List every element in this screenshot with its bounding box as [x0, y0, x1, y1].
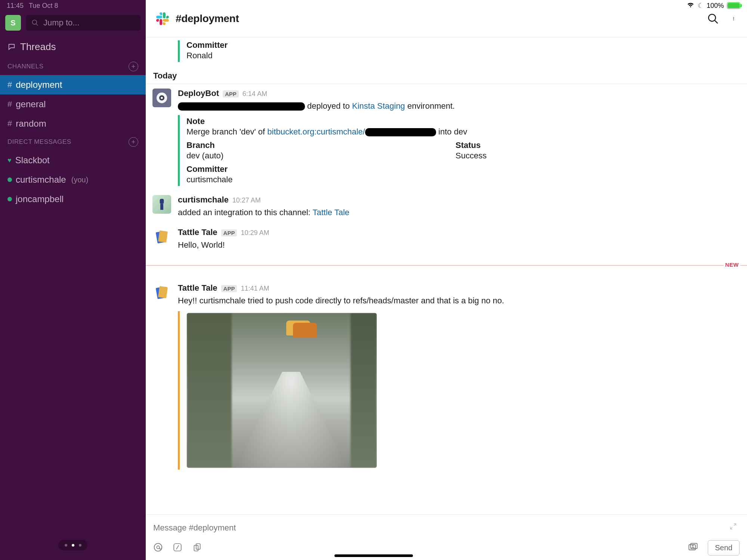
svg-line-1 [36, 24, 38, 26]
message-input[interactable] [153, 521, 740, 535]
status-bar: 11:45 Tue Oct 8 ☾ 100% [0, 0, 747, 11]
threads-link[interactable]: Threads [0, 36, 146, 58]
gif-preview[interactable] [186, 313, 377, 468]
battery-pct: 100% [707, 2, 724, 10]
message: curtismchale 10:27 AM added an integrati… [146, 191, 747, 223]
status-date: Tue Oct 8 [29, 2, 58, 10]
home-indicator[interactable] [334, 554, 413, 557]
dms-header: DIRECT MESSAGES + [0, 133, 146, 151]
search-icon[interactable] [707, 13, 719, 24]
svg-point-17 [157, 546, 160, 549]
jump-to-search[interactable]: Jump to... [26, 15, 141, 31]
more-icon[interactable] [733, 13, 737, 24]
message-author[interactable]: curtismchale [178, 195, 229, 205]
page-dots[interactable] [58, 540, 87, 550]
message: Tattle Tale APP 10:29 AM Hello, World! [146, 223, 747, 256]
channel-label: general [16, 99, 46, 109]
composer: Send [146, 514, 747, 560]
avatar[interactable] [152, 89, 171, 107]
moon-icon: ☾ [698, 1, 704, 10]
svg-rect-15 [158, 286, 168, 298]
hash-icon: # [7, 80, 12, 90]
message-list[interactable]: Committer Ronald Today DeployBot APP 6:1… [146, 37, 747, 514]
jump-to-placeholder: Jump to... [43, 18, 80, 28]
new-divider: NEW [146, 265, 747, 273]
message-author[interactable]: Tattle Tale [178, 228, 217, 237]
sidebar-dm-Slackbot[interactable]: ♥Slackbot [0, 151, 146, 170]
svg-point-9 [161, 97, 163, 99]
svg-line-19 [176, 545, 179, 549]
field-label: Branch [186, 140, 456, 150]
field-label: Note [186, 117, 740, 126]
mention-icon[interactable] [153, 542, 163, 554]
attach-file-icon[interactable] [192, 542, 202, 554]
attachment-image[interactable] [178, 311, 740, 470]
threads-label: Threads [20, 41, 56, 53]
channels-header: CHANNELS + [0, 58, 146, 75]
message-text: deployed to Kinsta Staging environment. [178, 100, 740, 112]
svg-point-4 [733, 17, 734, 18]
avatar[interactable] [152, 195, 171, 214]
presence-icon [7, 177, 12, 182]
message-text: Hello, World! [178, 239, 740, 251]
dm-label: Slackbot [15, 155, 50, 165]
sidebar-dm-joncampbell[interactable]: joncampbell [0, 189, 146, 209]
hash-icon: # [7, 119, 12, 129]
sidebar-dm-curtismchale[interactable]: curtismchale (you) [0, 170, 146, 189]
message-time: 11:41 AM [241, 285, 269, 293]
message-text: Hey!! curtismchale tried to push code di… [178, 294, 740, 307]
svg-point-5 [733, 18, 734, 19]
field-value: dev (auto) [186, 151, 456, 161]
add-channel-button[interactable]: + [129, 62, 138, 71]
field-value: Merge branch 'dev' of bitbucket.org:curt… [186, 127, 740, 137]
channel-title: #deployment [176, 13, 239, 25]
message-time: 10:27 AM [232, 197, 261, 204]
you-label: (you) [71, 176, 89, 184]
sidebar-channel-deployment[interactable]: #deployment [0, 75, 146, 95]
image-icon[interactable] [688, 542, 698, 554]
redacted-text [178, 102, 305, 111]
svg-point-6 [733, 19, 734, 20]
wifi-icon [686, 2, 695, 10]
field-value: Ronald [186, 51, 740, 61]
avatar[interactable] [152, 228, 171, 246]
sidebar: S Jump to... Threads CHANNELS + #deploym… [0, 0, 146, 560]
message-text: added an integration to this channel: Ta… [178, 206, 740, 219]
add-dm-button[interactable]: + [129, 137, 138, 147]
message-author[interactable]: Tattle Tale [178, 283, 217, 293]
message-time: 10:29 AM [241, 229, 269, 237]
message-time: 6:14 AM [243, 90, 267, 98]
repo-link[interactable]: bitbucket.org:curtismchale/ [267, 127, 365, 136]
workspace-switcher[interactable]: S [5, 15, 21, 31]
battery-icon [727, 2, 740, 9]
attachment: Note Merge branch 'dev' of bitbucket.org… [178, 115, 740, 186]
message: DeployBot APP 6:14 AM deployed to Kinsta… [146, 84, 747, 191]
svg-rect-11 [160, 204, 163, 210]
send-button[interactable]: Send [708, 540, 740, 556]
hash-icon: # [7, 99, 12, 109]
field-label: Committer [186, 40, 740, 50]
svg-rect-13 [158, 231, 168, 243]
slash-command-icon[interactable] [173, 542, 182, 554]
channel-label: deployment [16, 80, 62, 90]
field-value: curtismchale [186, 175, 740, 185]
deploy-env-link[interactable]: Kinsta Staging [352, 101, 405, 111]
app-badge: APP [223, 90, 239, 98]
svg-point-0 [33, 20, 37, 25]
heart-icon: ♥ [7, 157, 12, 164]
dm-label: curtismchale [16, 174, 66, 185]
integration-link[interactable]: Tattle Tale [312, 208, 349, 217]
thread-icon [7, 43, 16, 51]
sidebar-channel-random[interactable]: #random [0, 114, 146, 133]
message: Tattle Tale APP 11:41 AM Hey!! curtismch… [146, 279, 747, 474]
svg-rect-10 [160, 199, 164, 204]
channel-label: random [16, 118, 46, 129]
app-badge: APP [221, 229, 237, 236]
sidebar-channel-general[interactable]: #general [0, 95, 146, 114]
field-label: Committer [186, 164, 740, 174]
new-label: NEW [724, 262, 741, 268]
field-label: Status [456, 140, 487, 150]
message-author[interactable]: DeployBot [178, 89, 219, 98]
expand-icon[interactable] [729, 522, 737, 532]
avatar[interactable] [152, 283, 171, 302]
